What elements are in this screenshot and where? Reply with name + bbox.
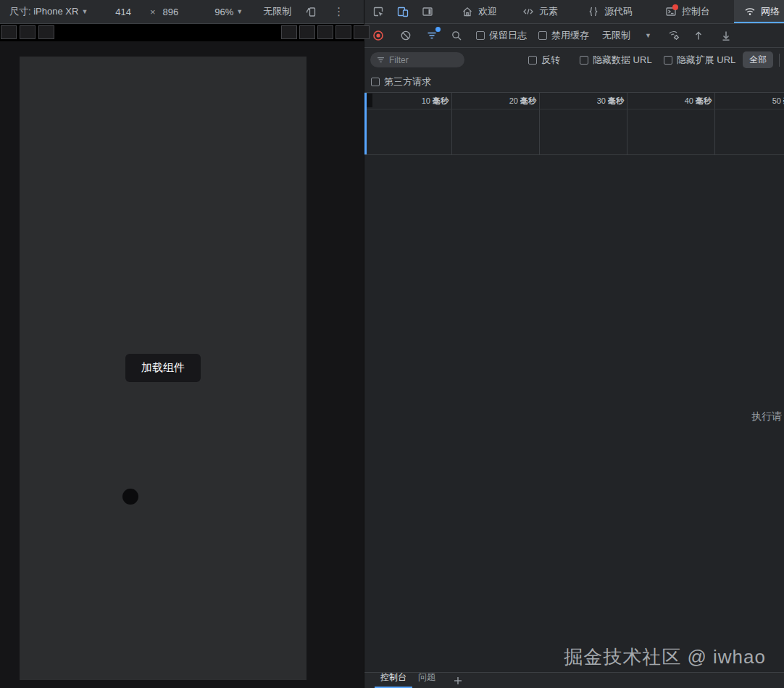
search-icon[interactable] [450,29,463,42]
wifi-icon [743,5,756,18]
export-har-icon[interactable] [720,29,733,42]
network-conditions-icon[interactable] [667,29,680,42]
toolbar-divider [779,54,780,67]
curly-braces-icon [587,5,600,18]
network-throttling-select[interactable]: 无限制 ▼ [602,29,651,42]
page-tab-thumbnail [354,25,370,39]
page-tab-thumbnail [335,25,351,39]
tab-welcome[interactable]: 欢迎 [451,0,506,23]
chevron-down-icon: ▼ [236,8,243,15]
hide-extension-urls-label: 隐藏扩展 URL [677,54,736,67]
media-query-strip [0,24,364,41]
checkbox-box [580,56,588,65]
checkbox-box [538,31,547,40]
device-throttling-select[interactable]: 无限制 [263,5,291,18]
emulation-area: 加载组件 [0,41,364,688]
filter-all-button[interactable]: 全部 [743,51,773,68]
tab-console[interactable]: 控制台 [655,0,720,23]
invert-filter-label: 反转 [541,54,560,67]
network-toolbar: 保留日志 禁用缓存 无限制 ▼ [364,24,784,48]
tab-elements-label: 元素 [539,5,558,18]
hide-extension-urls-checkbox[interactable]: 隐藏扩展 URL [664,54,736,67]
page-tab-thumbnail [1,25,17,39]
timeline-header-divider [364,109,784,109]
devtools-panel: 欢迎 元素 源代码 [364,0,784,688]
devtools-tabbar: 欢迎 元素 源代码 [364,0,784,24]
chevron-down-icon: ▼ [81,8,88,15]
toggle-device-toolbar-icon[interactable] [396,5,409,18]
disable-cache-checkbox[interactable]: 禁用缓存 [538,29,589,42]
devtools-drawer: 控制台 问题 [364,672,784,688]
page-tab-thumbnail [317,25,333,39]
page-tab-thumbnail [299,25,315,39]
network-filter-row: 反转 隐藏数据 URL 隐藏扩展 URL 全部 [364,48,784,72]
filter-toggle-icon[interactable] [425,29,438,42]
timeline-tick: 10毫秒 [364,96,449,106]
device-select-label: 尺寸: iPhone XR [9,5,78,18]
tab-network[interactable]: 网络 [734,0,784,23]
drawer-tab-issues[interactable]: 问题 [412,672,441,688]
checkbox-box [476,31,485,40]
loading-spinner-dot [122,489,138,505]
checkbox-box [528,56,537,65]
device-emulation-pane: 尺寸: iPhone XR ▼ 414 × 896 96% ▼ 无限制 ⋮ [0,0,364,688]
devtools-tool-icons [364,0,441,23]
hide-data-urls-label: 隐藏数据 URL [593,54,652,67]
tab-elements[interactable]: 元素 [512,0,567,23]
page-tab-thumbnail [281,25,297,39]
chevron-down-icon: ▼ [645,32,651,39]
tab-welcome-label: 欢迎 [478,5,497,18]
dock-side-icon[interactable] [421,5,434,18]
more-options-icon[interactable]: ⋮ [333,5,344,18]
zoom-value: 96% [214,7,233,17]
page-tab-thumbnail [38,25,54,39]
rotate-device-icon[interactable] [304,5,317,18]
preserve-log-checkbox[interactable]: 保留日志 [476,29,527,42]
device-toolbar: 尺寸: iPhone XR ▼ 414 × 896 96% ▼ 无限制 ⋮ [0,0,364,24]
loading-toast: 加载组件 [125,354,201,382]
checkbox-box [371,78,380,86]
device-select[interactable]: 尺寸: iPhone XR ▼ [9,5,88,18]
emulated-page-viewport[interactable]: 加载组件 [20,57,306,680]
device-height-field[interactable]: 896 [163,7,179,17]
tab-sources[interactable]: 源代码 [577,0,642,23]
dimension-separator: × [150,7,156,17]
preserve-log-label: 保留日志 [489,29,527,42]
filter-input-wrap [370,52,464,67]
third-party-checkbox[interactable]: 第三方请求 [371,75,431,88]
timeline-tick: 20毫秒 [452,96,536,106]
checkbox-box [664,56,672,65]
page-tab-thumbnail [20,25,36,39]
devtools-tabs: 欢迎 元素 源代码 [451,0,784,23]
funnel-icon [376,55,385,65]
error-badge [672,4,678,10]
timeline-tick: 30毫秒 [540,96,624,106]
network-request-area[interactable]: 执行请 掘金技术社区 @ iwhao [364,155,784,672]
third-party-label: 第三方请求 [384,75,431,88]
invert-filter-checkbox[interactable]: 反转 [528,54,560,67]
zoom-select[interactable]: 96% ▼ [214,7,243,17]
network-throttling-value: 无限制 [602,29,630,42]
tab-network-label: 网络 [761,5,780,18]
filter-badge [435,27,441,32]
drawer-tab-console[interactable]: 控制台 [375,672,412,688]
timeline-origin-notch [367,94,372,107]
more-tools-plus-icon[interactable] [451,675,464,688]
home-icon [461,5,474,18]
network-overview-timeline[interactable]: 10毫秒 20毫秒 30毫秒 40毫秒 50毫秒 [364,93,784,155]
watermark-text: 掘金技术社区 @ iwhao [564,645,766,670]
clear-network-log-icon[interactable] [399,29,412,42]
record-network-log-icon[interactable] [372,29,385,42]
tab-sources-label: 源代码 [604,5,633,18]
import-har-icon[interactable] [692,29,705,42]
third-party-row: 第三方请求 [364,72,784,93]
device-width-field[interactable]: 414 [115,7,131,17]
disable-cache-label: 禁用缓存 [551,29,589,42]
hide-data-urls-checkbox[interactable]: 隐藏数据 URL [580,54,652,67]
timeline-tick: 40毫秒 [627,96,712,106]
code-brackets-icon [522,5,535,18]
timeline-tick: 50毫秒 [715,96,784,106]
inspect-element-icon[interactable] [372,5,385,18]
empty-state-message: 执行请 [751,410,782,423]
tab-console-label: 控制台 [682,5,710,18]
